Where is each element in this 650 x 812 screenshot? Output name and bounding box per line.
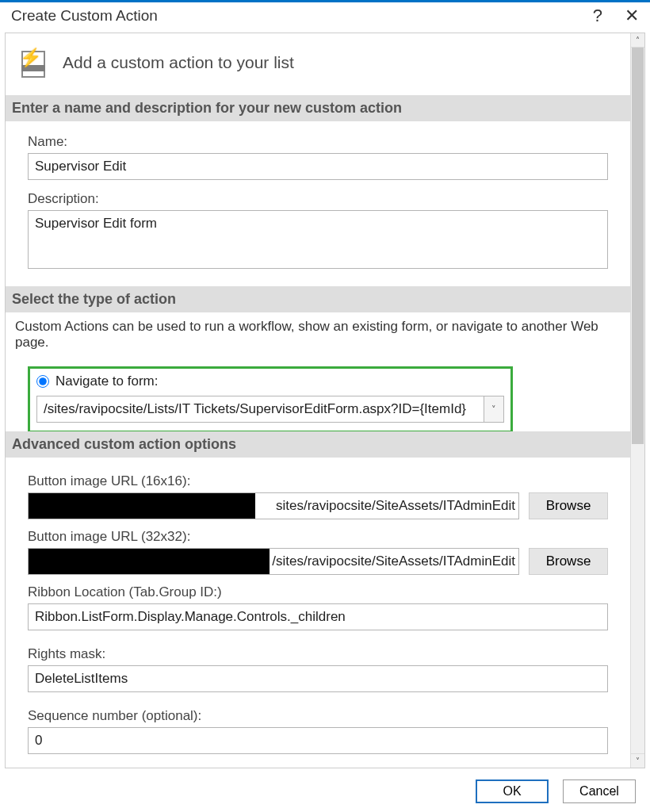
scroll-area: ⚡ Add a custom action to your list Enter… — [6, 33, 630, 768]
section-advanced-body: Button image URL (16x16): Browse Button … — [6, 458, 630, 768]
section-advanced-bar: Advanced custom action options — [6, 431, 630, 458]
img32-redaction — [29, 549, 270, 574]
browse-button-16[interactable]: Browse — [529, 492, 608, 519]
titlebar-controls: ? ✕ — [593, 7, 639, 25]
section-name-bar: Enter a name and description for your ne… — [6, 95, 630, 121]
section-name-body: Name: Description: — [6, 121, 630, 286]
dialog-body: ⚡ Add a custom action to your list Enter… — [5, 33, 645, 768]
img16-redaction — [29, 493, 255, 519]
img16-row: Browse — [28, 492, 608, 519]
rights-input[interactable] — [28, 665, 608, 692]
ok-button[interactable]: OK — [476, 779, 549, 803]
img16-label: Button image URL (16x16): — [28, 473, 608, 489]
titlebar: Create Custom Action ? ✕ — [0, 2, 650, 33]
close-icon[interactable]: ✕ — [625, 7, 639, 25]
seq-label: Sequence number (optional): — [28, 708, 608, 724]
browse-button-32[interactable]: Browse — [529, 548, 608, 575]
radio-navigate-label: Navigate to form: — [55, 373, 158, 389]
scroll-thumb[interactable] — [632, 48, 644, 444]
rights-label: Rights mask: — [28, 646, 608, 662]
scroll-down-arrow[interactable]: ˅ — [631, 753, 644, 768]
seq-input[interactable] — [28, 727, 608, 754]
section-type-bar: Select the type of action — [6, 286, 630, 312]
ribbon-input[interactable] — [28, 603, 608, 630]
radio-navigate[interactable] — [36, 375, 49, 388]
custom-action-icon: ⚡ — [18, 46, 52, 79]
scroll-up-arrow[interactable]: ˄ — [631, 33, 644, 48]
img32-row: Browse — [28, 548, 608, 575]
img32-label: Button image URL (32x32): — [28, 529, 608, 545]
vertical-scrollbar[interactable]: ˄ ˅ — [630, 33, 644, 768]
dialog-title: Create Custom Action — [11, 7, 158, 25]
navigate-url-row: ˅ — [36, 396, 504, 423]
cancel-button[interactable]: Cancel — [563, 779, 636, 803]
navigate-highlight: Navigate to form: ˅ — [28, 366, 513, 431]
dropdown-icon[interactable]: ˅ — [484, 396, 504, 423]
wizard-header: ⚡ Add a custom action to your list — [6, 33, 630, 95]
ribbon-label: Ribbon Location (Tab.Group ID:) — [28, 584, 608, 600]
radio-navigate-row[interactable]: Navigate to form: — [36, 373, 504, 389]
description-input[interactable] — [28, 210, 608, 269]
navigate-url-input[interactable] — [36, 396, 484, 423]
wizard-heading: Add a custom action to your list — [63, 53, 294, 72]
type-options-clip: Navigate to form: ˅ — [6, 363, 630, 431]
description-label: Description: — [28, 191, 608, 207]
dialog-footer: OK Cancel — [0, 771, 650, 812]
help-icon[interactable]: ? — [593, 7, 602, 25]
type-intro-text: Custom Actions can be used to run a work… — [6, 312, 630, 363]
name-input[interactable] — [28, 153, 608, 180]
name-label: Name: — [28, 134, 608, 150]
